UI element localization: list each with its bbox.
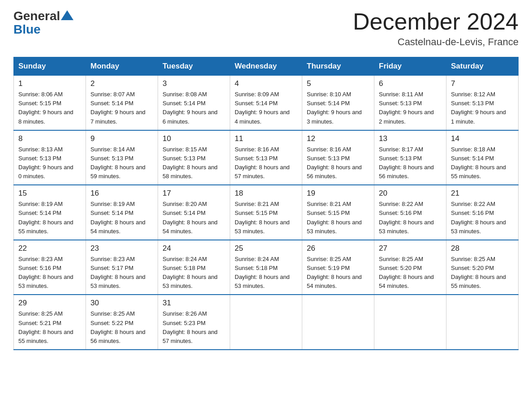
logo-blue-text: Blue	[13, 22, 73, 37]
weekday-header-friday: Friday	[374, 57, 446, 76]
day-number: 15	[18, 189, 81, 198]
day-number: 20	[379, 189, 442, 198]
calendar-cell: 27 Sunrise: 8:25 AM Sunset: 5:20 PM Dayl…	[374, 240, 446, 295]
day-number: 18	[235, 189, 297, 198]
day-number: 21	[451, 189, 514, 198]
day-info: Sunrise: 8:07 AM Sunset: 5:14 PM Dayligh…	[90, 90, 153, 126]
calendar-cell: 14 Sunrise: 8:18 AM Sunset: 5:14 PM Dayl…	[446, 130, 519, 185]
day-info: Sunrise: 8:20 AM Sunset: 5:14 PM Dayligh…	[163, 200, 225, 236]
page-header: General Blue December 2024 Castelnau-de-…	[13, 9, 519, 48]
day-number: 6	[379, 79, 442, 88]
day-number: 26	[307, 244, 369, 253]
day-number: 3	[163, 79, 225, 88]
calendar-cell: 28 Sunrise: 8:25 AM Sunset: 5:20 PM Dayl…	[446, 240, 519, 295]
location-text: Castelnau-de-Levis, France	[353, 36, 519, 48]
day-info: Sunrise: 8:25 AM Sunset: 5:20 PM Dayligh…	[451, 255, 514, 291]
day-info: Sunrise: 8:19 AM Sunset: 5:14 PM Dayligh…	[90, 200, 153, 236]
calendar-body: 1 Sunrise: 8:06 AM Sunset: 5:15 PM Dayli…	[14, 76, 519, 350]
calendar-cell: 8 Sunrise: 8:13 AM Sunset: 5:13 PM Dayli…	[14, 130, 86, 185]
day-number: 30	[90, 299, 153, 308]
day-number: 12	[307, 134, 369, 143]
day-info: Sunrise: 8:16 AM Sunset: 5:13 PM Dayligh…	[307, 145, 369, 181]
calendar-header: SundayMondayTuesdayWednesdayThursdayFrid…	[14, 57, 519, 76]
day-number: 17	[163, 189, 225, 198]
day-number: 9	[90, 134, 153, 143]
day-number: 19	[307, 189, 369, 198]
day-info: Sunrise: 8:24 AM Sunset: 5:18 PM Dayligh…	[235, 255, 297, 291]
day-info: Sunrise: 8:26 AM Sunset: 5:23 PM Dayligh…	[163, 309, 225, 346]
calendar-cell: 20 Sunrise: 8:22 AM Sunset: 5:16 PM Dayl…	[374, 185, 446, 240]
day-number: 7	[451, 79, 514, 88]
weekday-header-wednesday: Wednesday	[230, 57, 302, 76]
title-block: December 2024 Castelnau-de-Levis, France	[353, 9, 519, 48]
calendar-cell: 24 Sunrise: 8:24 AM Sunset: 5:18 PM Dayl…	[158, 240, 230, 295]
calendar-cell: 30 Sunrise: 8:25 AM Sunset: 5:22 PM Dayl…	[86, 295, 158, 350]
day-number: 4	[235, 79, 297, 88]
weekday-header-sunday: Sunday	[14, 57, 86, 76]
day-number: 28	[451, 244, 514, 253]
day-number: 29	[18, 299, 81, 308]
day-number: 31	[163, 299, 225, 308]
calendar-cell: 21 Sunrise: 8:22 AM Sunset: 5:16 PM Dayl…	[446, 185, 519, 240]
month-title: December 2024	[353, 9, 519, 34]
day-info: Sunrise: 8:25 AM Sunset: 5:20 PM Dayligh…	[379, 255, 442, 291]
day-info: Sunrise: 8:25 AM Sunset: 5:21 PM Dayligh…	[18, 309, 81, 346]
calendar-cell: 6 Sunrise: 8:11 AM Sunset: 5:13 PM Dayli…	[374, 76, 446, 130]
calendar-cell: 15 Sunrise: 8:19 AM Sunset: 5:14 PM Dayl…	[14, 185, 86, 240]
day-info: Sunrise: 8:23 AM Sunset: 5:17 PM Dayligh…	[90, 255, 153, 291]
day-info: Sunrise: 8:14 AM Sunset: 5:13 PM Dayligh…	[90, 145, 153, 181]
day-number: 8	[18, 134, 81, 143]
day-info: Sunrise: 8:06 AM Sunset: 5:15 PM Dayligh…	[18, 90, 81, 126]
day-info: Sunrise: 8:24 AM Sunset: 5:18 PM Dayligh…	[163, 255, 225, 291]
week-row-2: 8 Sunrise: 8:13 AM Sunset: 5:13 PM Dayli…	[14, 130, 519, 185]
day-info: Sunrise: 8:18 AM Sunset: 5:14 PM Dayligh…	[451, 145, 514, 181]
calendar-cell: 3 Sunrise: 8:08 AM Sunset: 5:14 PM Dayli…	[158, 76, 230, 130]
day-info: Sunrise: 8:25 AM Sunset: 5:22 PM Dayligh…	[90, 309, 153, 346]
day-info: Sunrise: 8:11 AM Sunset: 5:13 PM Dayligh…	[379, 90, 442, 126]
day-number: 23	[90, 244, 153, 253]
day-info: Sunrise: 8:22 AM Sunset: 5:16 PM Dayligh…	[379, 200, 442, 236]
calendar-table: SundayMondayTuesdayWednesdayThursdayFrid…	[13, 57, 519, 350]
calendar-cell: 26 Sunrise: 8:25 AM Sunset: 5:19 PM Dayl…	[302, 240, 374, 295]
week-row-5: 29 Sunrise: 8:25 AM Sunset: 5:21 PM Dayl…	[14, 295, 519, 350]
day-info: Sunrise: 8:21 AM Sunset: 5:15 PM Dayligh…	[235, 200, 297, 236]
day-info: Sunrise: 8:25 AM Sunset: 5:19 PM Dayligh…	[307, 255, 369, 291]
week-row-4: 22 Sunrise: 8:23 AM Sunset: 5:16 PM Dayl…	[14, 240, 519, 295]
day-info: Sunrise: 8:10 AM Sunset: 5:14 PM Dayligh…	[307, 90, 369, 126]
day-info: Sunrise: 8:22 AM Sunset: 5:16 PM Dayligh…	[451, 200, 514, 236]
day-number: 14	[451, 134, 514, 143]
day-info: Sunrise: 8:08 AM Sunset: 5:14 PM Dayligh…	[163, 90, 225, 126]
calendar-cell	[446, 295, 519, 350]
calendar-cell: 17 Sunrise: 8:20 AM Sunset: 5:14 PM Dayl…	[158, 185, 230, 240]
calendar-cell: 19 Sunrise: 8:21 AM Sunset: 5:15 PM Dayl…	[302, 185, 374, 240]
day-info: Sunrise: 8:15 AM Sunset: 5:13 PM Dayligh…	[163, 145, 225, 181]
calendar-cell: 18 Sunrise: 8:21 AM Sunset: 5:15 PM Dayl…	[230, 185, 302, 240]
weekday-header-saturday: Saturday	[446, 57, 519, 76]
day-number: 13	[379, 134, 442, 143]
day-info: Sunrise: 8:23 AM Sunset: 5:16 PM Dayligh…	[18, 255, 81, 291]
day-info: Sunrise: 8:12 AM Sunset: 5:13 PM Dayligh…	[451, 90, 514, 126]
calendar-cell: 1 Sunrise: 8:06 AM Sunset: 5:15 PM Dayli…	[14, 76, 86, 130]
weekday-header-monday: Monday	[86, 57, 158, 76]
day-number: 24	[163, 244, 225, 253]
day-number: 27	[379, 244, 442, 253]
day-number: 5	[307, 79, 369, 88]
logo: General Blue	[13, 9, 73, 37]
week-row-1: 1 Sunrise: 8:06 AM Sunset: 5:15 PM Dayli…	[14, 76, 519, 130]
day-number: 25	[235, 244, 297, 253]
calendar-cell	[374, 295, 446, 350]
calendar-cell: 25 Sunrise: 8:24 AM Sunset: 5:18 PM Dayl…	[230, 240, 302, 295]
day-number: 16	[90, 189, 153, 198]
calendar-cell: 5 Sunrise: 8:10 AM Sunset: 5:14 PM Dayli…	[302, 76, 374, 130]
logo-triangle-icon	[61, 10, 73, 20]
day-info: Sunrise: 8:21 AM Sunset: 5:15 PM Dayligh…	[307, 200, 369, 236]
calendar-cell: 10 Sunrise: 8:15 AM Sunset: 5:13 PM Dayl…	[158, 130, 230, 185]
day-info: Sunrise: 8:19 AM Sunset: 5:14 PM Dayligh…	[18, 200, 81, 236]
weekday-header-thursday: Thursday	[302, 57, 374, 76]
day-number: 22	[18, 244, 81, 253]
calendar-cell: 16 Sunrise: 8:19 AM Sunset: 5:14 PM Dayl…	[86, 185, 158, 240]
calendar-cell: 13 Sunrise: 8:17 AM Sunset: 5:13 PM Dayl…	[374, 130, 446, 185]
day-number: 11	[235, 134, 297, 143]
calendar-cell	[302, 295, 374, 350]
weekday-header-tuesday: Tuesday	[158, 57, 230, 76]
